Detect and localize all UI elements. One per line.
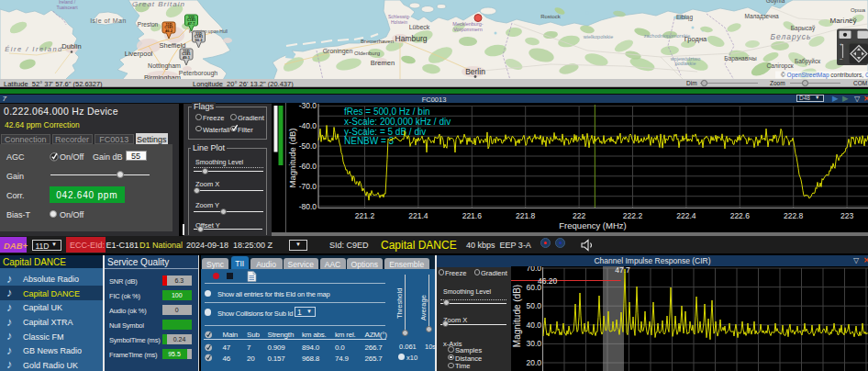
svg-text:50.2: 50.2 [195,38,204,42]
svg-text:Барысаў: Барысаў [791,25,816,32]
svg-text:46.20: 46.20 [538,276,558,286]
svg-text:Салігорск: Салігорск [766,62,793,70]
svg-text:47.7: 47.7 [615,266,630,275]
svg-text:Баранавічы: Баранавічы [724,55,757,62]
svg-text:Frequency (MHz): Frequency (MHz) [559,220,626,230]
svg-text:-70.0: -70.0 [299,182,317,191]
svg-text:Magnitude (dB): Magnitude (dB) [512,285,522,347]
svg-text:-40.0: -40.0 [299,121,317,130]
svg-text:Гродна: Гродна [684,35,707,43]
svg-text:Berlin: Berlin [465,67,485,76]
svg-text:Rostock: Rostock [540,14,562,19]
svg-text:222.2: 222.2 [623,211,643,220]
svg-text:Орша: Орша [851,7,866,13]
svg-text:70.0: 70.0 [526,266,541,273]
svg-text:wielkopolskie: wielkopolskie [583,34,613,39]
svg-text:NENBW = 3: NENBW = 3 [344,136,395,146]
svg-text:223: 223 [840,211,853,220]
svg-text:fRes = 500,0 Hz / bin: fRes = 500,0 Hz / bin [344,107,430,117]
svg-text:Liverpool: Liverpool [125,50,153,58]
svg-text:Бабруйск: Бабруйск [795,58,820,65]
svg-text:Sheffield: Sheffield [159,41,185,50]
svg-text:y-Scale: = 5 dB / div: y-Scale: = 5 dB / div [344,127,426,137]
svg-text:Tuaisceart: Tuaisceart [56,5,78,10]
svg-text:Магілёў: Магілёў [829,17,856,25]
svg-text:221.8: 221.8 [516,211,536,220]
svg-text:222.8: 222.8 [784,211,804,220]
svg-text:221.6: 221.6 [462,211,483,220]
svg-text:Dublin: Dublin [61,42,81,51]
svg-text:Preston: Preston [138,21,159,28]
svg-text:-30.0: -30.0 [299,103,317,110]
svg-text:-50.0: -50.0 [299,141,317,151]
svg-text:47.7: 47.7 [188,21,196,26]
svg-text:221.2: 221.2 [355,211,375,220]
svg-text:Bremerhaven: Bremerhaven [361,39,394,44]
svg-text:Groningen: Groningen [323,48,353,55]
svg-text:−: − [840,56,843,62]
svg-text:Peterborough: Peterborough [179,70,218,77]
svg-text:zachodniopomorskie: zachodniopomorskie [644,33,690,39]
svg-text:46.2: 46.2 [165,28,173,33]
svg-text:Беларусь: Беларусь [771,32,812,41]
svg-text:221.4: 221.4 [408,211,428,220]
svg-text:50.0: 50.0 [526,301,541,310]
svg-text:222: 222 [573,211,585,220]
svg-text:Great Britain: Great Britain [132,0,185,8]
svg-text:Hamburg: Hamburg [395,34,428,43]
svg-text:+: + [840,41,843,47]
svg-text:podlaskie: podlaskie [674,61,696,66]
svg-text:Éire / Ireland: Éire / Ireland [5,45,63,53]
svg-text:-80.0: -80.0 [299,202,317,211]
svg-text:222.4: 222.4 [676,211,696,220]
svg-text:Isle of Man: Isle of Man [90,17,127,24]
svg-text:x-Scale: 200,000 kHz / div: x-Scale: 200,000 kHz / div [344,117,451,127]
svg-text:49.1: 49.1 [183,55,191,60]
svg-text:40.0: 40.0 [526,320,541,330]
svg-text:30.0: 30.0 [526,339,541,348]
svg-text:222.6: 222.6 [730,211,751,220]
svg-text:Holstein: Holstein [391,19,407,25]
svg-text:Magnitude (dB): Magnitude (dB) [287,129,297,188]
svg-text:Vorpommern: Vorpommern [453,27,483,32]
svg-text:Маладзечна: Маладзечна [744,13,779,20]
svg-text:20.0: 20.0 [526,358,541,367]
svg-text:© OpenStreetMap contributors,: © OpenStreetMap contributors, CC-BY-S [781,72,868,79]
svg-text:Bremen: Bremen [371,59,395,67]
svg-text:Lübeck: Lübeck [409,24,430,30]
svg-text:Oldenburg: Oldenburg [354,51,380,56]
svg-text:-60.0: -60.0 [299,162,317,171]
svg-text:Nottingham: Nottingham [148,62,181,70]
svg-text:Ełbląg: Ełbląg [676,14,693,21]
